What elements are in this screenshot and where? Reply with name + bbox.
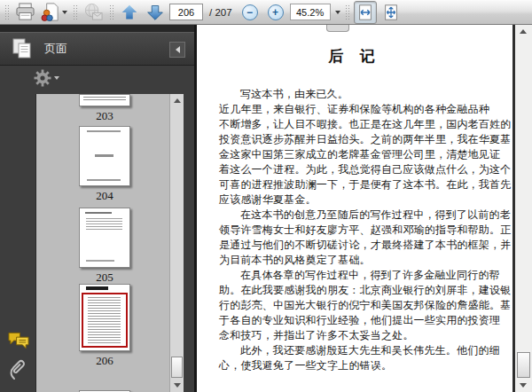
pages-panel-title: 页面 [44, 41, 67, 57]
thumbnail-page-number[interactable]: 204 [79, 189, 130, 203]
document-text-block: 写这本书，由来已久。 近几年里，来自银行、证券和保险等机构的各种金融品种 不断增… [219, 87, 501, 373]
print-icon [15, 3, 35, 21]
zoom-dropdown-caret-icon[interactable] [335, 11, 340, 14]
document-text-line: 不断增多，让人目不暇接。也正是在这几年里，国内老百姓的 [219, 117, 501, 132]
comments-icon [7, 331, 30, 351]
document-text-line: 应该感谢华夏基金。 [219, 192, 501, 208]
thumbnail-header-bar [86, 286, 109, 290]
document-text-line: 行的彭亮、中国光大银行的倪宁和美国友邦保险的詹盛能。基 [219, 298, 501, 313]
previous-page-button[interactable] [118, 1, 141, 24]
scroll-up-arrow-icon[interactable] [174, 98, 181, 103]
thumbnail-text-sketch [95, 154, 113, 157]
zoom-in-button[interactable]: + [264, 1, 287, 24]
document-text-line: 可喜的进程推波助澜一下，于是便有了这本书。在此，我首先 [219, 177, 501, 192]
thumbnail-text-sketch [87, 130, 121, 132]
fit-page-button[interactable] [379, 1, 403, 24]
thumbnail-page-preview[interactable] [79, 208, 130, 268]
thumbnail-page-preview[interactable] [79, 284, 130, 351]
document-text-line: 为目前本书的风格奠定了基础。 [219, 253, 501, 268]
scroll-down-arrow-icon[interactable] [520, 383, 527, 388]
next-page-button[interactable] [144, 1, 167, 24]
page-thumbnail[interactable]: 206 [79, 284, 130, 368]
page-up-arrow-icon [121, 4, 138, 21]
thumbnail-panel: 203 204 [35, 94, 184, 392]
paperclip-icon [7, 357, 28, 382]
pages-panel-icon [11, 37, 34, 60]
current-page-input[interactable] [169, 4, 203, 20]
document-text-line: 领导许雪梅女士和好友廖方平、赵强和邓瑜的指导和帮助。正 [219, 223, 501, 238]
document-text-line: 金这家中国第三家成立的老牌基金管理公司里，清楚地见证 [219, 147, 501, 162]
scroll-down-arrow-icon[interactable] [174, 383, 181, 388]
document-text-line: 于各自的专业知识和行业经验，他们提出一些实用的投资理 [219, 313, 501, 328]
document-text-line: 心，使我避免了一些文字上的错误。 [219, 358, 501, 373]
pdf-reader-window: / 207 − + 45.2% [0, 0, 532, 392]
page-thumbnail[interactable]: 205 [79, 208, 130, 285]
toolbar-grip[interactable] [4, 4, 9, 20]
collaborate-globe-icon [83, 3, 104, 22]
document-text-line: 投资意识逐步苏醒并日益抬头。之前的两年半里，我在华夏基 [219, 132, 501, 147]
thumbnail-page-number[interactable]: 205 [79, 270, 130, 285]
document-text-line: 助。在此我要感谢我的朋友：北京商业银行的刘屏非，建设银 [219, 283, 501, 298]
sidebar-top-strip [0, 25, 194, 32]
fit-width-icon [356, 4, 374, 21]
collapse-left-icon [176, 46, 180, 53]
thumbnail-page-number[interactable]: 203 [79, 109, 130, 123]
page-down-arrow-icon [146, 4, 164, 21]
pages-panel-header: 页面 [0, 32, 194, 66]
thumbnail-scrollbar[interactable] [169, 94, 184, 392]
toolbar-pull-tab[interactable] [326, 25, 349, 32]
share-document-button[interactable] [39, 1, 68, 24]
fit-page-icon [382, 4, 400, 21]
comments-panel-button[interactable] [7, 331, 30, 355]
page-thumbnail[interactable]: 204 [79, 126, 130, 203]
collaborate-button-disabled [82, 1, 105, 24]
document-text-line: 近几年里，来自银行、证券和保险等机构的各种金融品种 [219, 102, 501, 117]
zoom-out-button[interactable]: − [239, 1, 262, 24]
share-dropdown-caret-icon[interactable] [62, 11, 67, 14]
document-text-line: 在这本书的创意乃至随后的写作过程中，得到了以前的老 [219, 208, 501, 223]
thumbnail-text-sketch [86, 218, 122, 230]
zoom-in-icon: + [268, 4, 284, 20]
document-text-line: 着这么一个进程。为此，我总觉得自己应该做点什么，为这个 [219, 162, 501, 177]
zoom-level-value[interactable]: 45.2% [290, 4, 331, 20]
chapter-title: 后 记 [197, 46, 512, 67]
collapse-panel-button[interactable] [169, 42, 185, 58]
document-text-line: 此外，我还要感谢殷廷大先生和吴长伟先生。他们的细 [219, 343, 501, 358]
print-button[interactable] [13, 1, 36, 24]
toolbar-grip[interactable] [345, 4, 349, 20]
toolbar-grip[interactable] [73, 4, 77, 20]
gear-options-icon [34, 69, 51, 87]
total-pages-label: / 207 [209, 7, 232, 18]
current-view-indicator [82, 293, 128, 348]
document-text-line: 念和技巧，并指出了许多不太妥当之处。 [219, 328, 501, 343]
document-text-line: 写这本书，由来已久。 [219, 87, 501, 102]
pages-sidebar: 页面 [0, 25, 197, 392]
thumbnail-text-sketch [86, 260, 114, 262]
document-scrollbar[interactable] [512, 25, 532, 392]
thumbnail-scrollbar-thumb[interactable] [171, 357, 183, 378]
thumbnail-page-number[interactable]: 206 [79, 354, 130, 368]
main-toolbar: / 207 − + 45.2% [0, 0, 532, 25]
attachments-panel-button[interactable] [7, 357, 28, 386]
document-text-line: 在具体各章的写作过程中，得到了许多金融业同行的帮 [219, 268, 501, 283]
thumbnail-options-control[interactable] [34, 69, 59, 87]
thumbnail-text-sketch [83, 97, 125, 102]
toolbar-grip[interactable] [109, 4, 113, 20]
thumbnail-page-preview[interactable] [79, 126, 130, 186]
zoom-out-icon: − [242, 4, 258, 20]
thumbnail-text-sketch [87, 179, 121, 181]
document-scrollbar-thumb[interactable] [517, 352, 530, 378]
share-document-icon [40, 2, 60, 22]
document-text-line: 是通过与他们的不断切磋讨论，才最终搭建了本书的框架，并 [219, 238, 501, 253]
document-page-view[interactable]: 后 记 写这本书，由来已久。 近几年里，来自银行、证券和保险等机构的各种金融品种… [197, 25, 532, 392]
thumbnail-text-sketch [85, 212, 113, 214]
page-thumbnail[interactable]: 203 [79, 94, 130, 123]
fit-width-button[interactable] [354, 1, 377, 24]
options-dropdown-caret-icon [54, 76, 59, 80]
thumbnail-page-preview[interactable] [79, 94, 130, 106]
scroll-up-arrow-icon[interactable] [520, 29, 527, 34]
